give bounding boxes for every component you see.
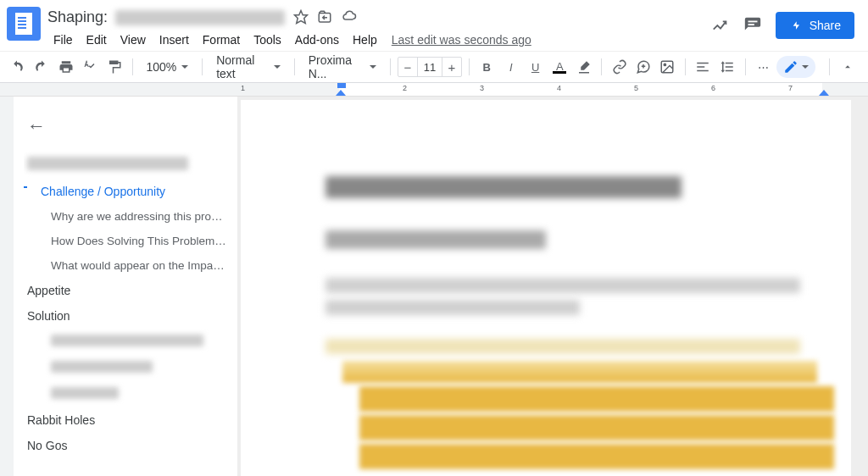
- left-indent-marker[interactable]: [336, 90, 346, 96]
- cloud-icon[interactable]: [341, 9, 358, 25]
- font-size-value[interactable]: 11: [417, 58, 442, 76]
- add-comment-button[interactable]: [633, 55, 654, 79]
- redo-button[interactable]: [31, 55, 53, 79]
- outline-item-nogos[interactable]: No Gos: [24, 433, 231, 458]
- menu-edit[interactable]: Edit: [81, 30, 113, 50]
- spellcheck-button[interactable]: [80, 55, 101, 79]
- share-button[interactable]: Share: [776, 12, 854, 39]
- menu-help[interactable]: Help: [347, 30, 383, 50]
- svg-point-5: [664, 64, 665, 65]
- page[interactable]: [241, 100, 851, 476]
- comments-icon[interactable]: [743, 16, 762, 35]
- outline-panel: ← Challenge / Opportunity Why are we add…: [14, 97, 237, 476]
- hide-menus-button[interactable]: [837, 55, 858, 79]
- text-color-button[interactable]: A: [549, 55, 570, 79]
- star-icon[interactable]: [293, 9, 309, 25]
- header: Shaping: File Edit View Insert Format: [0, 0, 868, 51]
- outline-redacted-3[interactable]: [24, 381, 231, 407]
- svg-marker-0: [295, 11, 308, 24]
- outline-doc-title[interactable]: [24, 151, 231, 179]
- outline-item-how[interactable]: How Does Solving This Problem…: [24, 229, 231, 253]
- highlight-button[interactable]: [574, 55, 595, 79]
- print-button[interactable]: [55, 55, 76, 79]
- italic-button[interactable]: I: [501, 55, 522, 79]
- menu-view[interactable]: View: [114, 30, 152, 50]
- move-icon[interactable]: [317, 9, 332, 25]
- more-button[interactable]: ⋯: [753, 55, 774, 79]
- menu-file[interactable]: File: [47, 30, 79, 50]
- font-dropdown[interactable]: Proxima N...: [302, 50, 383, 84]
- svg-rect-2: [748, 21, 757, 23]
- outline-item-challenge[interactable]: Challenge / Opportunity: [24, 179, 231, 204]
- underline-button[interactable]: U: [525, 55, 546, 79]
- insert-image-button[interactable]: [658, 55, 679, 79]
- style-dropdown[interactable]: Normal text: [209, 50, 287, 84]
- first-line-indent-marker[interactable]: [337, 83, 346, 88]
- horizontal-ruler[interactable]: 1 2 3 4 5 6 7: [0, 83, 868, 97]
- bold-button[interactable]: B: [476, 55, 498, 79]
- line-spacing-button[interactable]: [717, 55, 738, 79]
- docs-logo[interactable]: [7, 7, 41, 41]
- doc-title[interactable]: Shaping:: [47, 8, 285, 26]
- outline-item-rabbit-holes[interactable]: Rabbit Holes: [24, 407, 231, 433]
- close-outline-button[interactable]: ←: [24, 110, 231, 151]
- paint-format-button[interactable]: [104, 55, 125, 79]
- toolbar: 100% Normal text Proxima N... − 11 + B I…: [0, 51, 868, 83]
- outline-redacted-1[interactable]: [24, 329, 231, 355]
- font-size-increase[interactable]: +: [442, 60, 461, 75]
- activity-icon[interactable]: [711, 16, 730, 35]
- svg-rect-3: [748, 24, 754, 25]
- menu-insert[interactable]: Insert: [153, 30, 195, 50]
- align-button[interactable]: [693, 55, 714, 79]
- right-indent-marker[interactable]: [819, 90, 829, 96]
- outline-item-solution[interactable]: Solution: [24, 303, 231, 329]
- last-edit-link[interactable]: Last edit was seconds ago: [392, 33, 531, 47]
- font-size-control: − 11 +: [398, 57, 462, 77]
- zoom-dropdown[interactable]: 100%: [139, 57, 195, 77]
- font-size-decrease[interactable]: −: [398, 60, 417, 75]
- undo-button[interactable]: [7, 55, 28, 79]
- main-area: ← Challenge / Opportunity Why are we add…: [0, 97, 868, 476]
- outline-item-impact[interactable]: What would appear on the Impa…: [24, 253, 231, 278]
- insert-link-button[interactable]: [609, 55, 630, 79]
- document-canvas[interactable]: [237, 97, 868, 476]
- vertical-ruler[interactable]: [0, 97, 14, 476]
- menu-addons[interactable]: Add-ons: [289, 30, 345, 50]
- outline-redacted-2[interactable]: [24, 355, 231, 381]
- menu-format[interactable]: Format: [197, 30, 246, 50]
- editing-mode-button[interactable]: [776, 56, 815, 78]
- menu-bar: File Edit View Insert Format Tools Add-o…: [47, 29, 711, 51]
- collapse-icon[interactable]: [24, 186, 27, 188]
- outline-item-appetite[interactable]: Appetite: [24, 278, 231, 303]
- menu-tools[interactable]: Tools: [248, 30, 287, 50]
- title-area: Shaping: File Edit View Insert Format: [47, 7, 711, 51]
- outline-item-why[interactable]: Why are we addressing this pro…: [24, 204, 231, 229]
